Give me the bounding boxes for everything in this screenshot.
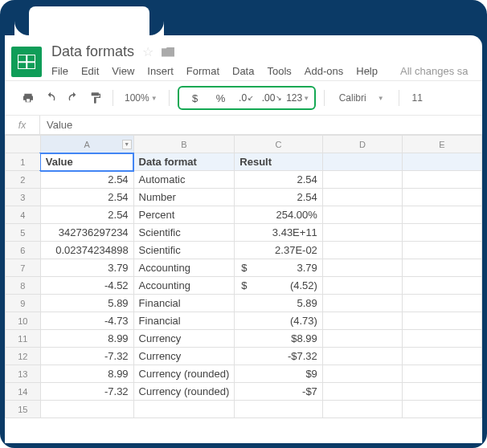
- menu-addons[interactable]: Add-ons: [305, 65, 343, 77]
- row-header[interactable]: 1: [6, 153, 41, 171]
- col-header-c[interactable]: C: [235, 136, 323, 153]
- row-2: 22.54Automatic2.54: [6, 171, 482, 189]
- cell[interactable]: Value: [40, 153, 133, 171]
- menu-view[interactable]: View: [112, 65, 134, 77]
- spreadsheet-grid[interactable]: A▼ B C D E 1 Value Data format Result 22…: [5, 135, 482, 443]
- paint-format-button[interactable]: [87, 89, 104, 107]
- changes-status[interactable]: All changes sa: [400, 65, 469, 77]
- folder-icon[interactable]: [162, 47, 174, 57]
- star-icon[interactable]: ☆: [142, 44, 153, 59]
- col-header-b[interactable]: B: [133, 136, 235, 153]
- increase-decimal-button[interactable]: .00↘: [260, 89, 285, 107]
- row-7: 73.79Accounting$3.79: [6, 259, 482, 277]
- col-header-a[interactable]: A▼: [40, 136, 133, 153]
- row-15: 15: [6, 401, 482, 418]
- app-chrome: Data formats ☆ File Edit View Insert For…: [5, 35, 482, 443]
- number-format-group: $ % .0↙ .00↘ 123▼: [178, 86, 316, 110]
- undo-button[interactable]: [42, 89, 59, 107]
- row-3: 32.54Number2.54: [6, 189, 482, 206]
- doc-title[interactable]: Data formats: [51, 43, 134, 60]
- menu-file[interactable]: File: [51, 65, 68, 77]
- row-6: 60.02374234898Scientific2.37E-02: [6, 242, 482, 259]
- row-14: 14-7.32Currency (rounded)-$7: [6, 383, 482, 401]
- more-formats-button[interactable]: 123▼: [285, 89, 311, 107]
- select-all-corner[interactable]: [6, 136, 41, 153]
- row-9: 95.89Financial5.89: [6, 295, 482, 312]
- row-11: 118.99Currency$8.99: [6, 330, 482, 348]
- format-currency-button[interactable]: $: [182, 89, 208, 107]
- header: Data formats ☆ File Edit View Insert For…: [5, 35, 482, 80]
- row-12: 12-7.32Currency-$7.32: [6, 348, 482, 365]
- col-header-e[interactable]: E: [402, 136, 481, 153]
- cell[interactable]: Result: [235, 153, 323, 171]
- row-8: 8-4.52Accounting$(4.52): [6, 277, 482, 295]
- menu-help[interactable]: Help: [356, 65, 378, 77]
- row-13: 138.99Currency (rounded)$9: [6, 365, 482, 383]
- row-4: 42.54Percent254.00%: [6, 206, 482, 224]
- browser-window: Data formats ☆ File Edit View Insert For…: [0, 0, 487, 448]
- cell[interactable]: [402, 153, 481, 171]
- row-1: 1 Value Data format Result: [6, 153, 482, 171]
- zoom-select[interactable]: 100%▼: [121, 92, 161, 104]
- column-dropdown-icon[interactable]: ▼: [122, 140, 132, 149]
- toolbar: 100%▼ $ % .0↙ .00↘ 123▼ Calibri▼ 11: [5, 80, 482, 116]
- menu-data[interactable]: Data: [232, 65, 254, 77]
- formula-bar: fx Value: [5, 116, 482, 135]
- print-button[interactable]: [19, 89, 37, 107]
- menu-bar: File Edit View Insert Format Data Tools …: [51, 65, 476, 77]
- col-header-d[interactable]: D: [322, 136, 402, 153]
- row-10: 10-4.73Financial(4.73): [6, 312, 482, 330]
- cell[interactable]: [322, 153, 402, 171]
- cell[interactable]: Data format: [133, 153, 235, 171]
- row-5: 5342736297234Scientific3.43E+11: [6, 224, 482, 242]
- font-select[interactable]: Calibri▼: [333, 92, 391, 104]
- menu-edit[interactable]: Edit: [81, 65, 99, 77]
- menu-insert[interactable]: Insert: [147, 65, 174, 77]
- browser-tab-bar: [5, 5, 482, 35]
- fx-value[interactable]: Value: [40, 119, 72, 131]
- fx-label: fx: [5, 116, 40, 134]
- sheets-logo[interactable]: [11, 47, 42, 77]
- format-percent-button[interactable]: %: [208, 89, 234, 107]
- menu-format[interactable]: Format: [186, 65, 219, 77]
- decrease-decimal-button[interactable]: .0↙: [234, 89, 260, 107]
- font-size-select[interactable]: 11: [407, 92, 428, 104]
- menu-tools[interactable]: Tools: [267, 65, 291, 77]
- redo-button[interactable]: [64, 89, 82, 107]
- browser-tab[interactable]: [29, 6, 149, 35]
